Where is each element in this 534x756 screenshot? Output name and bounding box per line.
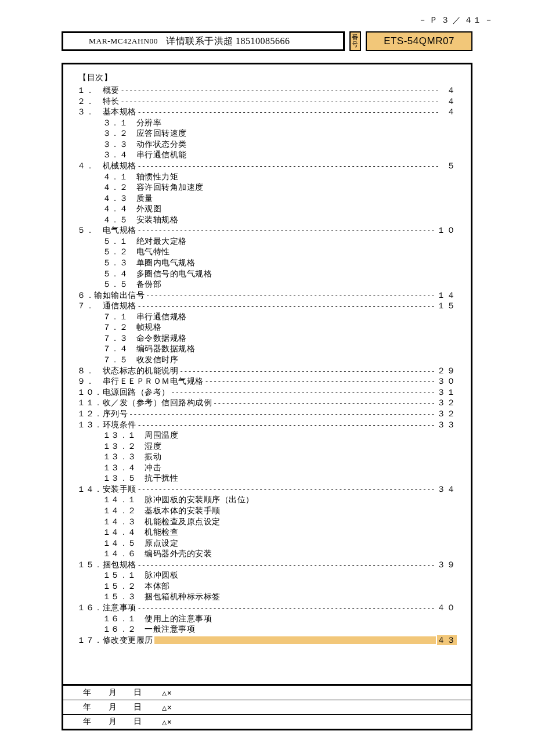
toc-section-row: １４．安装手顺３４: [77, 484, 457, 495]
toc-sub-title: 安装轴规格: [136, 215, 179, 225]
toc-section-number: ９．: [77, 376, 94, 387]
toc-sub-title: 脉冲圆板的安装顺序（出位）: [145, 495, 254, 505]
bango-char-2: 号: [352, 41, 359, 48]
toc-sub-indent: [77, 182, 103, 193]
toc-section-number: １４．: [77, 484, 103, 495]
toc-leader: [205, 376, 436, 387]
toc-sub-title: 电气特性: [136, 247, 170, 257]
toc-subsection-row: ４．４ 外观图: [77, 204, 457, 214]
toc-sub-number: ５．１: [103, 236, 136, 247]
approval-mark: △×: [162, 703, 172, 712]
toc-sub-indent: [77, 172, 103, 182]
approval-mark: △×: [162, 717, 172, 726]
toc-sub-number: ３．４: [103, 150, 136, 160]
toc-section-number: １０．: [77, 387, 103, 398]
toc-page-number: ４: [439, 107, 457, 117]
toc-subsection-row: １４．２ 基板本体的安装手顺: [77, 506, 457, 516]
toc-subsection-row: ７．４ 编码器数据规格: [77, 344, 457, 354]
toc-section-title: 特长: [94, 96, 120, 107]
toc-page-number: ３３: [437, 420, 457, 430]
toc-sub-number: ３．１: [103, 118, 136, 128]
toc-leader: [129, 409, 436, 419]
toc-page-number: １４: [437, 290, 457, 301]
toc-sub-title: 串行通信规格: [136, 312, 187, 322]
toc-sub-number: ３．２: [103, 128, 136, 139]
approval-date: 年 月 日: [63, 687, 162, 698]
toc-section-row: ６．输如输出信号１４: [77, 290, 457, 301]
toc-section-title: 环境条件: [103, 420, 136, 430]
model-code: MAR-MC42AHN00: [89, 37, 158, 46]
toc-sub-title: 基板本体的安装手顺: [145, 506, 221, 516]
toc-leader: [138, 560, 436, 570]
toc-sub-number: ７．３: [103, 333, 136, 344]
toc-section-number: １７．: [77, 635, 103, 646]
toc-sub-indent: [77, 581, 103, 592]
toc-section-number: ６．: [77, 290, 94, 301]
toc-sub-title: 编码器外壳的安装: [145, 549, 212, 559]
toc-section-row: １３．环境条件３３: [77, 420, 457, 430]
toc-subsection-row: ５．５ 备份部: [77, 279, 457, 290]
toc-sub-title: 捆包箱机种标示标签: [145, 592, 221, 602]
toc-leader: [138, 107, 439, 117]
toc-subsection-row: １５．３ 捆包箱机种标示标签: [77, 592, 457, 602]
toc-subsection-row: １５．１ 脉冲圆板: [77, 570, 457, 581]
toc-leader: [138, 420, 436, 430]
toc-sub-indent: [77, 452, 103, 462]
approval-row: 年 月 日 △×: [63, 700, 471, 714]
toc-page-number: ２９: [437, 366, 457, 376]
header-left: MAR-MC42AHN00 详情联系于洪超 18510085666: [62, 31, 345, 51]
toc-leader: [179, 366, 436, 376]
toc-subsection-row: １６．１ 使用上的注意事项: [77, 614, 457, 624]
toc-title: 【目次】: [78, 73, 457, 83]
toc-leader: [171, 387, 436, 398]
toc-sub-indent: [77, 624, 103, 635]
toc-sub-title: 原点设定: [145, 538, 178, 549]
toc-subsection-row: ７．５ 收发信时序: [77, 355, 457, 365]
toc-sub-number: ４．４: [103, 204, 136, 214]
toc-page-number: ３２: [437, 398, 457, 408]
toc-section-number: ３．: [77, 107, 94, 117]
toc-section-title: 概要: [94, 85, 120, 96]
toc-section-number: ７．: [77, 301, 94, 311]
toc-sub-title: 抗干扰性: [145, 473, 178, 484]
toc-section-number: １１．: [77, 398, 103, 408]
toc-sub-number: １４．４: [103, 527, 145, 538]
toc-section-row: ４． 机械规格５: [77, 161, 457, 171]
toc-subsection-row: １３．５ 抗干扰性: [77, 473, 457, 484]
toc-sub-title: 动作状态分类: [136, 139, 187, 150]
toc-subsection-row: ４．３ 质量: [77, 193, 457, 204]
toc-section-row: １７．修改变更履历４３: [77, 635, 457, 646]
toc-sub-title: 编码器数据规格: [136, 344, 196, 354]
toc-subsection-row: １５．２ 本体部: [77, 581, 457, 592]
toc-section-title: 收／发（参考）信回路构成例: [103, 398, 212, 408]
toc-subsection-row: ７．３ 命令数据规格: [77, 333, 457, 344]
toc-sub-number: ７．５: [103, 355, 136, 365]
toc-leader: [138, 161, 439, 171]
toc-section-title: 修改变更履历: [103, 635, 153, 646]
approval-mark: △×: [162, 688, 172, 697]
approval-row: 年 月 日 △×: [63, 714, 471, 729]
toc-sub-number: ７．１: [103, 312, 136, 322]
toc-subsection-row: １３．１ 周围温度: [77, 430, 457, 441]
approval-table: 年 月 日 △× 年 月 日 △× 年 月 日 △×: [62, 684, 472, 730]
toc-section-number: ２．: [77, 96, 94, 107]
toc-section-row: １１．收／发（参考）信回路构成例３２: [77, 398, 457, 408]
toc-page-number: ４: [439, 96, 457, 107]
header: MAR-MC42AHN00 详情联系于洪超 18510085666 番 号 ET…: [62, 31, 472, 51]
toc-page-number: １０: [437, 225, 457, 236]
toc-sub-title: 机能检查及原点设定: [145, 517, 221, 527]
toc-page-number: ５: [439, 161, 457, 171]
toc-section-title: 输如输出信号: [94, 290, 145, 301]
toc-sub-number: １３．４: [103, 463, 145, 473]
toc-subsection-row: １４．６ 编码器外壳的安装: [77, 549, 457, 559]
toc-sub-indent: [77, 193, 103, 204]
toc-subsection-row: ５．４ 多圈信号的电气规格: [77, 269, 457, 279]
toc-sub-title: 机能检查: [145, 527, 178, 538]
toc-sub-title: 冲击: [145, 463, 161, 473]
toc-section-title: 机械规格: [94, 161, 136, 171]
toc-subsection-row: ５．３ 单圈内电气规格: [77, 258, 457, 268]
toc-sub-indent: [77, 473, 103, 484]
toc-sub-indent: [77, 592, 103, 602]
toc-section-number: １５．: [77, 560, 103, 570]
toc-sub-title: 单圈内电气规格: [136, 258, 196, 268]
